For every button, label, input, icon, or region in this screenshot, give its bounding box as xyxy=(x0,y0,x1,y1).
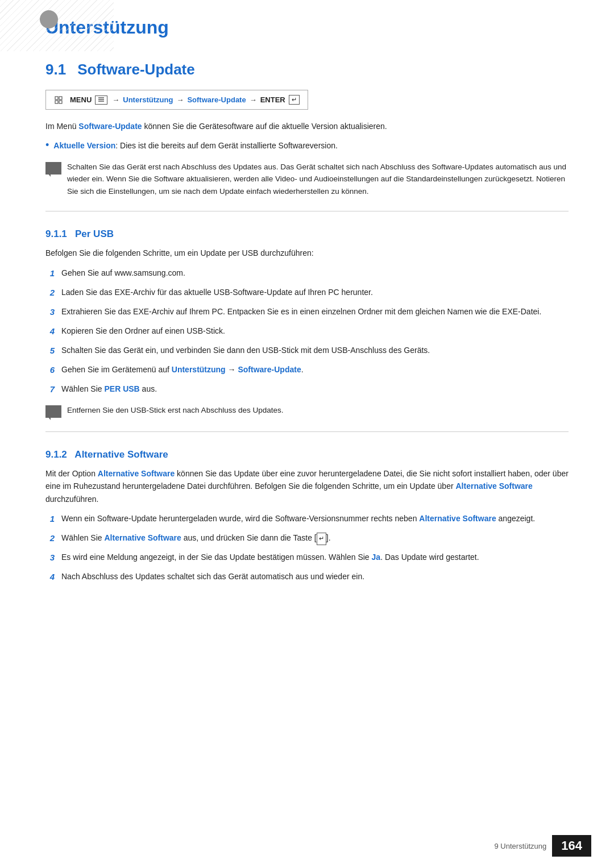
section91-intro: Im Menü Software-Update können Sie die G… xyxy=(45,120,569,132)
enter-icon-inline: ↵ xyxy=(317,533,326,545)
note-text-1: Schalten Sie das Gerät erst nach Abschlu… xyxy=(67,161,569,198)
step-911-7: 7 Wählen Sie PER USB aus. xyxy=(45,383,569,396)
step-911-6: 6 Gehen Sie im Gerätemenü auf Unterstütz… xyxy=(45,363,569,377)
note-box-2: Entfernen Sie den USB-Stick erst nach Ab… xyxy=(45,404,569,418)
nav-enter-label: ENTER xyxy=(260,95,285,104)
step-912-2: 2 Wählen Sie Alternative Software aus, u… xyxy=(45,531,569,545)
nav-arrow-3: → xyxy=(250,95,257,104)
note-icon-2 xyxy=(45,405,61,418)
section-912-number: 9.1.2 xyxy=(45,449,67,460)
footer: 9 Unterstützung 164 xyxy=(495,835,592,857)
svg-rect-1 xyxy=(59,97,62,99)
nav-arrow-1: → xyxy=(112,95,119,104)
top-decoration xyxy=(0,0,114,51)
section-911-title: Per USB xyxy=(75,229,114,239)
section-91-number: 9.1 xyxy=(45,61,66,78)
nav-enter-icon: ↵ xyxy=(289,95,300,105)
section-911-heading: 9.1.1 Per USB xyxy=(45,229,569,240)
divider-1 xyxy=(45,211,569,211)
step-911-5: 5 Schalten Sie das Gerät ein, und verbin… xyxy=(45,344,569,358)
step-911-2: 2 Laden Sie das EXE-Archiv für das aktue… xyxy=(45,286,569,300)
svg-rect-3 xyxy=(59,101,62,103)
section911-steps: 1 Gehen Sie auf www.samsung.com. 2 Laden… xyxy=(45,267,569,396)
nav-link-1: Unterstützung xyxy=(123,95,173,104)
svg-rect-2 xyxy=(55,101,58,103)
nav-menu-label: MENU xyxy=(70,95,92,104)
section-912-heading: 9.1.2 Alternative Software xyxy=(45,449,569,460)
menu-icon xyxy=(54,95,64,105)
nav-path: MENU → Unterstützung → Software-Update →… xyxy=(45,90,308,110)
bullet-item-1: • Aktuelle Version: Dies ist die bereits… xyxy=(45,139,569,152)
nav-menu-icon-box xyxy=(95,95,107,105)
step-912-1: 1 Wenn ein Software-Update heruntergelad… xyxy=(45,512,569,526)
footer-section-label: 9 Unterstützung xyxy=(495,842,547,850)
nav-link-2: Software-Update xyxy=(187,95,246,104)
main-content: Unterstützung 9.1 Software-Update MENU →… xyxy=(45,0,569,584)
step-911-4: 4 Kopieren Sie den Ordner auf einen USB-… xyxy=(45,325,569,338)
step-912-3: 3 Es wird eine Meldung angezeigt, in der… xyxy=(45,551,569,564)
section-912-title: Alternative Software xyxy=(74,449,168,460)
top-icon xyxy=(40,10,58,28)
section-91-heading: 9.1 Software-Update xyxy=(45,61,569,78)
note-text-2: Entfernen Sie den USB-Stick erst nach Ab… xyxy=(67,404,283,417)
section-911-number: 9.1.1 xyxy=(45,229,67,239)
section91-bullet-list: • Aktuelle Version: Dies ist die bereits… xyxy=(45,139,569,152)
section912-intro: Mit der Option Alternative Software könn… xyxy=(45,467,569,505)
step-911-3: 3 Extrahieren Sie das EXE-Archiv auf Ihr… xyxy=(45,305,569,319)
svg-rect-0 xyxy=(55,97,58,99)
step-911-1: 1 Gehen Sie auf www.samsung.com. xyxy=(45,267,569,280)
bullet-dot: • xyxy=(45,138,49,152)
page-title: Unterstützung xyxy=(45,17,569,38)
bullet-text-1: Aktuelle Version: Dies ist die bereits a… xyxy=(53,139,338,152)
step-912-4: 4 Nach Abschluss des Updates schaltet si… xyxy=(45,570,569,584)
section-91-title: Software-Update xyxy=(77,61,195,78)
section912-steps: 1 Wenn ein Software-Update heruntergelad… xyxy=(45,512,569,584)
page-container: Unterstützung 9.1 Software-Update MENU →… xyxy=(0,0,614,868)
note-icon-1 xyxy=(45,162,61,175)
note-box-1: Schalten Sie das Gerät erst nach Abschlu… xyxy=(45,161,569,198)
footer-page-number: 164 xyxy=(552,835,591,857)
divider-2 xyxy=(45,431,569,432)
section911-intro: Befolgen Sie die folgenden Schritte, um … xyxy=(45,247,569,259)
nav-arrow-2: → xyxy=(176,95,184,104)
